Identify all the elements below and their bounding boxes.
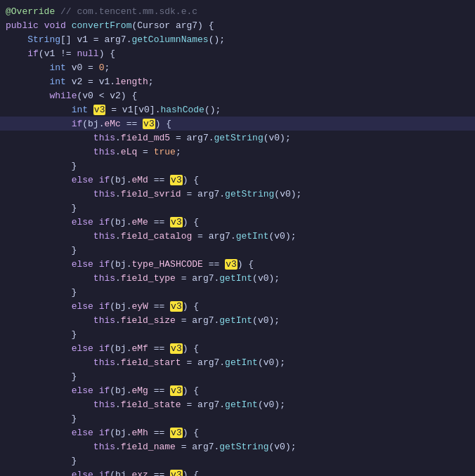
code-line: this.field_svrid = arg7.getString(v0); [0, 187, 475, 201]
code-token: v2 = v1. [66, 77, 115, 87]
code-token: . [115, 315, 121, 326]
code-token: = arg7. [176, 315, 219, 326]
code-token [93, 343, 99, 354]
code-token [6, 189, 93, 199]
code-token: . [115, 231, 121, 242]
code-token: getString [225, 189, 274, 199]
code-token: eMg [131, 385, 148, 396]
code-token: == [148, 217, 170, 227]
code-token: eMc [104, 119, 120, 129]
code-token [6, 301, 72, 312]
code-editor: @Override // com.tencent.mm.sdk.e.cpubli… [0, 0, 475, 476]
code-token: (v0); [258, 399, 285, 410]
code-line: String[] v1 = arg7.getColumnNames(); [0, 32, 475, 46]
code-token: if [27, 48, 39, 59]
code-line: @Override // com.tencent.mm.sdk.e.c [0, 4, 475, 18]
code-token: length [115, 77, 148, 87]
code-token: int [72, 105, 88, 115]
code-token: (bj. [110, 470, 131, 477]
code-token [6, 34, 27, 45]
code-line: while(v0 < v2) { [0, 88, 475, 103]
code-token: if [99, 470, 110, 477]
code-token: == [148, 301, 170, 312]
code-token: ) { [238, 259, 254, 270]
code-line: if(v1 != null) { [0, 46, 475, 60]
code-token: exz [131, 470, 148, 477]
code-line: else if(bj.eMe == v3) { [0, 215, 475, 229]
code-token: field_md5 [121, 133, 170, 143]
code-line: int v0 = 0; [0, 60, 475, 74]
code-token: else [72, 301, 93, 312]
code-token [93, 259, 99, 270]
code-token: if [99, 217, 110, 227]
code-token: } [6, 287, 77, 298]
code-token [6, 217, 72, 227]
code-token [93, 385, 99, 396]
code-token: } [6, 456, 77, 466]
code-token [6, 175, 72, 185]
code-token: eMd [131, 175, 148, 185]
code-token [6, 442, 93, 452]
code-token: == [203, 259, 225, 270]
code-token [88, 105, 93, 115]
code-token: ; [148, 77, 154, 87]
code-token: ) { [183, 470, 199, 477]
code-line: this.field_catalog = arg7.getInt(v0); [0, 229, 475, 243]
code-token [6, 62, 49, 73]
code-token: null [77, 48, 98, 59]
code-token: v3 [170, 301, 183, 312]
code-token: eMe [131, 217, 148, 227]
code-token: (v0); [252, 315, 280, 326]
code-token: v3 [93, 105, 106, 115]
code-token: else [72, 428, 93, 438]
code-token: public [6, 20, 39, 31]
code-token [6, 259, 72, 270]
code-token: (v0); [269, 231, 297, 242]
code-token: v0 = [66, 62, 99, 73]
code-token: eMf [131, 343, 148, 354]
code-token: if [72, 119, 83, 129]
code-token: if [99, 175, 110, 185]
code-token: . [115, 273, 121, 284]
code-token: field_catalog [121, 231, 192, 242]
code-token: (v1 != [39, 48, 77, 59]
code-line: else if(bj.eMf == v3) { [0, 341, 475, 355]
code-token: v3 [170, 175, 183, 185]
code-line: this.field_state = arg7.getInt(v0); [0, 397, 475, 411]
code-token: == [121, 119, 143, 129]
code-line: int v2 = v1.length; [0, 74, 475, 88]
code-token [93, 301, 99, 312]
code-token: == [148, 175, 170, 185]
code-token: ; [176, 147, 181, 157]
code-token: (bj. [110, 301, 131, 312]
code-token: (); [204, 105, 221, 115]
code-token: getInt [225, 399, 258, 410]
code-token: this [93, 231, 115, 242]
code-token: field_type [121, 273, 176, 284]
code-token: (Cursor arg7) { [131, 20, 214, 31]
code-token: (bj. [110, 259, 131, 270]
code-token: ) { [155, 119, 171, 129]
code-line: else if(bj.type_HASHCODE == v3) { [0, 257, 475, 271]
code-token: ) { [183, 428, 199, 438]
code-token: = arg7. [176, 273, 219, 284]
code-line: this.field_name = arg7.getString(v0); [0, 439, 475, 454]
code-line: } [0, 201, 475, 215]
code-token [6, 470, 72, 477]
code-token: if [99, 301, 110, 312]
code-token [6, 399, 93, 410]
code-token: while [49, 91, 77, 101]
code-token: } [6, 371, 77, 382]
code-token: if [99, 259, 110, 270]
code-token: (v0); [263, 133, 291, 143]
code-token: (); [209, 34, 225, 45]
code-token [6, 91, 49, 101]
code-token: (v0); [258, 357, 285, 368]
code-token: void [44, 20, 66, 31]
code-token: (bj. [110, 343, 131, 354]
code-token: = arg7. [192, 231, 235, 242]
code-token: else [72, 385, 93, 396]
code-token: getInt [219, 273, 252, 284]
code-line: this.eLq = true; [0, 145, 475, 159]
code-token: if [99, 428, 110, 438]
